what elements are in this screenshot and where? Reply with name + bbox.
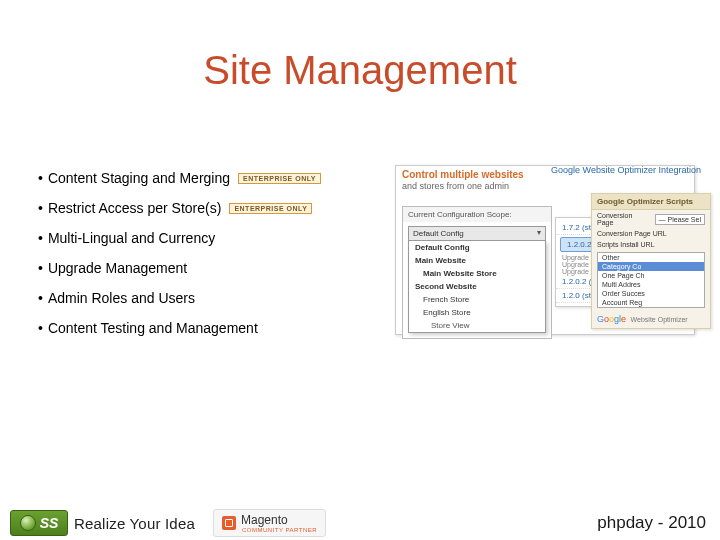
list-item: • Content Testing and Management [38, 320, 378, 336]
list-item: • Content Staging and Merging ENTERPRISE… [38, 170, 378, 186]
list-item: • Multi-Lingual and Currency [38, 230, 378, 246]
bullet-text: Upgrade Management [48, 260, 187, 276]
bullet-text: Content Testing and Management [48, 320, 258, 336]
magento-badge: Magento COMMUNITY PARTNER [213, 509, 326, 537]
list-option[interactable]: One Page Ch [598, 271, 704, 280]
bullet-icon: • [38, 320, 44, 336]
scope-selector: Current Configuration Scope: Default Con… [402, 206, 552, 339]
scope-option[interactable]: Main Website [409, 254, 545, 267]
field-label: Conversion Page [597, 212, 651, 226]
oss-logo-block: SS Realize Your Idea [10, 510, 195, 536]
magento-subtext: COMMUNITY PARTNER [242, 527, 317, 533]
list-option[interactable]: Multi Addres [598, 280, 704, 289]
optimizer-title: Google Website Optimizer Integration [551, 165, 701, 176]
conversion-page-select[interactable]: — Please Sel [655, 214, 705, 225]
scope-option[interactable]: French Store [409, 293, 545, 306]
field-label: Scripts Install URL [597, 241, 655, 248]
oss-badge-icon: SS [10, 510, 68, 536]
slide: Site Management • Content Staging and Me… [0, 0, 720, 540]
scope-option[interactable]: English Store [409, 306, 545, 319]
list-option[interactable]: Account Reg [598, 298, 704, 307]
event-label: phpday - 2010 [597, 513, 706, 533]
bullet-list: • Content Staging and Merging ENTERPRISE… [38, 170, 378, 350]
list-item: • Admin Roles and Users [38, 290, 378, 306]
list-option[interactable]: Category Co [598, 262, 704, 271]
screenshot-collage: Control multiple websites and stores fro… [395, 165, 705, 345]
bullet-icon: • [38, 230, 44, 246]
bullet-text: Multi-Lingual and Currency [48, 230, 215, 246]
optimizer-list: Other Category Co One Page Ch Multi Addr… [597, 252, 705, 308]
magento-text: Magento [241, 513, 317, 527]
scope-option[interactable]: Store View [409, 319, 545, 332]
globe-icon [20, 515, 36, 531]
list-option[interactable]: Order Succes [598, 289, 704, 298]
enterprise-badge: ENTERPRISE ONLY [229, 203, 312, 214]
footer: SS Realize Your Idea Magento COMMUNITY P… [0, 500, 720, 540]
magento-text-block: Magento COMMUNITY PARTNER [241, 513, 317, 533]
bullet-icon: • [38, 200, 44, 216]
bullet-text: Admin Roles and Users [48, 290, 195, 306]
scope-option[interactable]: Default Config [409, 241, 545, 254]
google-logo: Google Website Optimizer [592, 310, 710, 324]
optimizer-panel: Google Optimizer Scripts Conversion Page… [591, 193, 711, 329]
optimizer-section-header: Google Optimizer Scripts [592, 194, 710, 210]
google-product: Website Optimizer [631, 316, 688, 323]
slide-title: Site Management [0, 48, 720, 93]
optimizer-row: Scripts Install URL [592, 239, 710, 250]
bullet-text: Restrict Access per Store(s) [48, 200, 222, 216]
bullet-text: Content Staging and Merging [48, 170, 230, 186]
scope-option[interactable]: Main Website Store [409, 267, 545, 280]
scope-option[interactable]: Second Website [409, 280, 545, 293]
bullet-icon: • [38, 290, 44, 306]
scope-dropdown[interactable]: Default Config [408, 226, 546, 241]
list-option[interactable]: Other [598, 253, 704, 262]
bullet-icon: • [38, 260, 44, 276]
optimizer-row: Conversion Page — Please Sel [592, 210, 710, 228]
magento-icon [222, 516, 236, 530]
bullet-icon: • [38, 170, 44, 186]
list-item: • Restrict Access per Store(s) ENTERPRIS… [38, 200, 378, 216]
scope-label: Current Configuration Scope: [403, 207, 551, 222]
oss-text: SS [40, 515, 59, 531]
list-item: • Upgrade Management [38, 260, 378, 276]
realize-text: Realize Your Idea [74, 515, 195, 532]
enterprise-badge: ENTERPRISE ONLY [238, 173, 321, 184]
scope-dropdown-list: Default Config Main Website Main Website… [408, 241, 546, 333]
field-label: Conversion Page URL [597, 230, 667, 237]
optimizer-row: Conversion Page URL [592, 228, 710, 239]
